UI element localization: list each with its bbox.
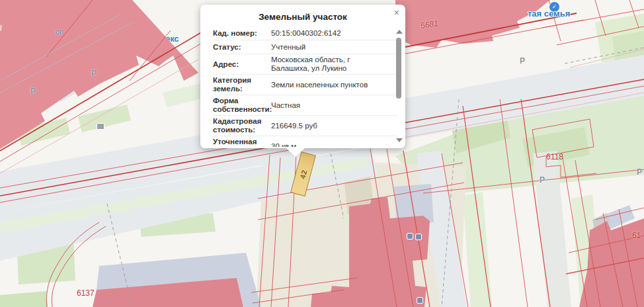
parcel-number-6118: 6118 xyxy=(546,152,563,161)
attribute-row: Категория земель: Земли населенных пункт… xyxy=(213,75,397,95)
street-label-fragment: оп xyxy=(56,28,63,36)
parking-label: Р xyxy=(520,56,525,66)
attribute-row: Кадастровая стоимость: 216649.5 руб xyxy=(213,116,397,136)
attribute-label: Форма собственности: xyxy=(213,97,271,114)
family-poi-label[interactable]: тая семья xyxy=(528,9,570,19)
popup-title: Земельный участок xyxy=(200,12,405,22)
attribute-row: Статус: Учтенный xyxy=(213,40,397,54)
attribute-row: Уточненная площадь: 30 кв.м xyxy=(213,136,397,147)
map-canvas[interactable]: Яндекс xyxy=(0,0,644,307)
attribute-value: Учтенный xyxy=(271,43,382,52)
attribute-value: 30 кв.м xyxy=(271,142,382,148)
parking-label: Р xyxy=(91,69,97,78)
attribute-label: Уточненная площадь: xyxy=(213,138,271,147)
attribute-row: Форма собственности: Частная xyxy=(213,95,397,116)
entrance-icon xyxy=(407,233,413,240)
parcel-number-6137: 6137 xyxy=(77,288,95,298)
entrance-icon xyxy=(417,297,423,304)
attribute-label: Кадастровая стоимость: xyxy=(213,117,271,134)
entrance-icon xyxy=(415,234,422,240)
attribute-label: Адрес: xyxy=(213,60,271,69)
scroll-up-icon[interactable] xyxy=(396,30,403,34)
popup-pointer xyxy=(286,148,305,157)
attribute-label: Кад. номер: xyxy=(213,29,271,38)
parking-label: Р xyxy=(637,167,642,177)
selected-parcel-label: 42 xyxy=(298,169,308,180)
transit-stop-icon xyxy=(97,123,104,130)
scrollbar-thumb[interactable] xyxy=(396,38,401,99)
attribute-label: Статус: xyxy=(213,43,271,52)
parcel-attributes-list[interactable]: Кад. номер: 50:15:0040302:6142 Статус: У… xyxy=(213,26,397,147)
house-number-label: 8 xyxy=(0,24,2,33)
attribute-value: Московская область, г Балашиха, ул Лукин… xyxy=(271,56,382,73)
parcel-info-popup: × Земельный участок Кад. номер: 50:15:00… xyxy=(200,5,405,148)
attribute-value: 50:15:0040302:6142 xyxy=(271,29,382,38)
popup-scrollbar[interactable] xyxy=(395,30,403,142)
attribute-row: Кад. номер: 50:15:0040302:6142 xyxy=(213,26,397,40)
attribute-value: 216649.5 руб xyxy=(271,122,382,130)
attribute-row: Адрес: Московская область, г Балашиха, у… xyxy=(213,54,397,75)
parking-label: Р xyxy=(30,87,36,96)
attribute-label: Категория земель: xyxy=(213,76,271,93)
scroll-down-icon[interactable] xyxy=(396,138,403,142)
parking-label: Р xyxy=(540,175,545,185)
attribute-value: Частная xyxy=(271,101,382,110)
close-icon[interactable]: × xyxy=(394,8,399,17)
attribute-value: Земли населенных пунктов xyxy=(271,81,382,89)
building-top-right xyxy=(395,0,550,48)
parcel-number-bottom-right: 61 xyxy=(632,231,641,240)
